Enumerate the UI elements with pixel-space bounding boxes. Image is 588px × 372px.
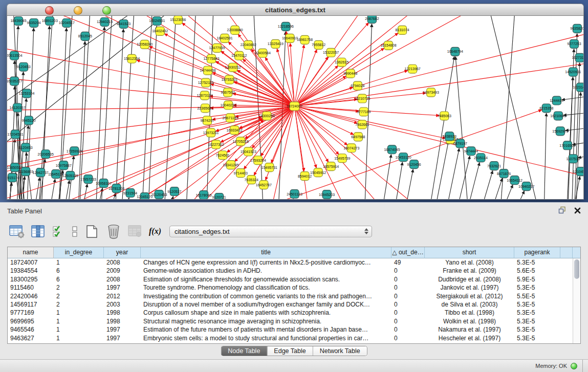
graph-edge-black[interactable]: [121, 16, 135, 199]
table-cell[interactable]: Nakamura et al. (1997): [425, 325, 514, 334]
table-row[interactable]: 2242004622012Investigating the contribut…: [8, 292, 580, 300]
table-cell[interactable]: 5.6E-5: [514, 267, 560, 275]
table-cell[interactable]: 2008: [104, 275, 141, 283]
table-cell[interactable]: Tourette syndrome. Phenomenology and cla…: [141, 283, 391, 292]
column-header-pagerank[interactable]: pagerank: [514, 247, 560, 258]
column-header-out_de[interactable]: △ out_de…: [391, 247, 425, 258]
graph-edge-red[interactable]: [294, 31, 583, 106]
graph-edge-black[interactable]: [567, 77, 573, 199]
table-cell[interactable]: 9115460: [8, 283, 54, 292]
table-cell[interactable]: Disruption of a novel member of a sodium…: [141, 300, 391, 309]
select-all-columns-icon[interactable]: [52, 225, 64, 238]
table-cell[interactable]: 5.3E-5: [514, 334, 560, 342]
graph-edge-black[interactable]: [563, 113, 583, 115]
table-cell[interactable]: 5.3E-5: [514, 317, 560, 325]
float-panel-icon[interactable]: [558, 206, 566, 216]
table-cell[interactable]: 5.3E-5: [514, 283, 560, 292]
table-cell[interactable]: Dudbridge et al. (2008): [425, 275, 514, 283]
graph-edge-black[interactable]: [444, 148, 459, 199]
table-cell[interactable]: 1: [54, 309, 104, 317]
table-cell[interactable]: Investigating the contribution of common…: [141, 292, 391, 300]
column-header-title[interactable]: title: [141, 247, 391, 258]
graph-edge-red[interactable]: [294, 16, 366, 106]
table-row[interactable]: 1456911722003Disruption of a novel membe…: [8, 300, 580, 309]
table-cell[interactable]: 0: [391, 283, 425, 292]
column-header-year[interactable]: year: [104, 247, 141, 258]
tab-edge-table[interactable]: Edge Table: [267, 346, 312, 356]
table-cell[interactable]: 2008: [104, 258, 141, 267]
table-cell[interactable]: 6: [54, 267, 104, 275]
table-selector-dropdown[interactable]: citations_edges.txt: [169, 226, 372, 237]
close-panel-icon[interactable]: [574, 207, 581, 216]
table-cell[interactable]: 1997: [104, 283, 141, 292]
table-cell[interactable]: Genome-wide association studies in ADHD.: [141, 267, 391, 275]
table-cell[interactable]: 2003: [104, 300, 141, 309]
graph-edge-red[interactable]: [84, 16, 294, 106]
table-cell[interactable]: 22420046: [8, 292, 54, 300]
table-row[interactable]: 1830029562008Estimation of significance …: [8, 275, 580, 283]
column-header-in_degree[interactable]: in_degree: [54, 247, 104, 258]
graph-edge-red[interactable]: [294, 106, 392, 199]
table-cell[interactable]: 18300295: [8, 275, 54, 283]
table-cell[interactable]: 9777169: [8, 309, 54, 317]
graph-edge-red[interactable]: [294, 62, 583, 106]
table-cell[interactable]: 1: [54, 258, 104, 267]
table-cell[interactable]: 1997: [104, 325, 141, 334]
table-cell[interactable]: Changes of HCN gene expression and I(f) …: [141, 258, 391, 267]
table-cell[interactable]: 1: [54, 325, 104, 334]
graph-edge-black[interactable]: [115, 29, 124, 199]
table-cell[interactable]: 18724007: [8, 258, 54, 267]
table-cell[interactable]: 49: [391, 258, 425, 267]
delete-table-icon[interactable]: [128, 225, 142, 238]
table-mode-icon[interactable]: [9, 225, 25, 238]
graph-edge-black[interactable]: [511, 191, 525, 199]
table-cell[interactable]: 2009: [104, 267, 141, 275]
delete-column-icon[interactable]: [106, 224, 121, 239]
graph-edge-black[interactable]: [478, 171, 492, 199]
tab-network-table[interactable]: Network Table: [313, 346, 367, 356]
graph-edge-black[interactable]: [148, 26, 157, 199]
graph-edge-black[interactable]: [38, 159, 45, 199]
scrollbar-thumb[interactable]: [574, 259, 579, 279]
memory-indicator-dot[interactable]: [571, 363, 577, 369]
show-columns-icon[interactable]: [31, 225, 46, 238]
table-cell[interactable]: 1998: [104, 309, 141, 317]
graph-edge-black[interactable]: [164, 16, 177, 199]
table-cell[interactable]: 9699695: [8, 317, 54, 325]
graph-edge-red[interactable]: [294, 106, 338, 155]
table-row[interactable]: 946554611997Estimation of the future num…: [8, 325, 580, 334]
table-cell[interactable]: 1997: [104, 334, 141, 342]
table-cell[interactable]: Stergiakouli et al. (2012): [425, 292, 514, 300]
table-row[interactable]: 946362711997Embryonic stem cells: a mode…: [8, 334, 580, 342]
table-cell[interactable]: Jankovic et al. (1997): [425, 283, 514, 292]
graph-edge-black[interactable]: [123, 198, 129, 199]
table-cell[interactable]: 9463627: [8, 334, 54, 342]
graph-edge-black[interactable]: [62, 181, 69, 199]
function-builder-icon[interactable]: f(x): [149, 227, 161, 236]
table-cell[interactable]: Wolkin et al. (1998): [425, 317, 514, 325]
table-cell[interactable]: Embryonic stem cells: a model to study s…: [141, 334, 391, 342]
graph-edge-black[interactable]: [48, 179, 55, 199]
graph-edge-red[interactable]: [7, 106, 294, 174]
window-titlebar[interactable]: citations_edges.txt: [7, 4, 584, 16]
column-header-name[interactable]: name: [8, 247, 54, 258]
deselect-all-columns-icon[interactable]: [71, 225, 78, 238]
table-cell[interactable]: 5.3E-5: [514, 258, 560, 267]
graph-edge-black[interactable]: [544, 113, 547, 199]
table-cell[interactable]: Franke et al. (2009): [425, 267, 514, 275]
graph-edge-black[interactable]: [489, 16, 541, 199]
table-row[interactable]: 1938455462009Genome-wide association stu…: [8, 267, 580, 275]
table-cell[interactable]: Estimation of significance thresholds fo…: [141, 275, 391, 283]
network-canvas[interactable]: 2200884018402591124779391277584314744438…: [7, 16, 584, 200]
table-row[interactable]: 977716911998Corpus callosum shape and si…: [8, 309, 580, 317]
vertical-scrollbar[interactable]: [573, 258, 580, 343]
graph-edge-red[interactable]: [221, 106, 294, 142]
table-cell[interactable]: 5.3E-5: [514, 300, 560, 309]
table-cell[interactable]: 0: [391, 325, 425, 334]
table-cell[interactable]: 19384554: [8, 267, 54, 275]
table-cell[interactable]: 14569117: [8, 300, 54, 309]
table-cell[interactable]: 0: [391, 300, 425, 309]
table-cell[interactable]: 2012: [104, 292, 141, 300]
table-cell[interactable]: 2: [54, 300, 104, 309]
graph-edge-black[interactable]: [489, 179, 503, 199]
